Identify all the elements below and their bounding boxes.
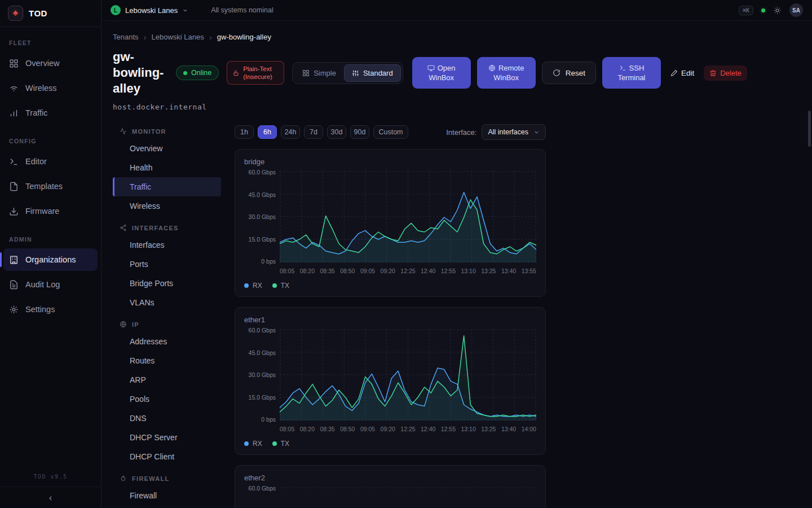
x-axis-tick: 13:25	[481, 268, 496, 274]
sidebar-item-label: Traffic	[25, 108, 47, 117]
subnav-item-bridge-ports[interactable]: Bridge Ports	[113, 274, 221, 293]
subnav-item-routes[interactable]: Routes	[113, 351, 221, 370]
subnav-item-health[interactable]: Health	[113, 158, 221, 177]
range-30d-button[interactable]: 30d	[327, 125, 346, 139]
sidebar-item-templates[interactable]: Templates	[3, 175, 98, 198]
section-label-config: CONFIG	[9, 138, 92, 144]
sidebar-item-traffic[interactable]: Traffic	[3, 102, 98, 124]
main-area: L Lebowski Lanes All systems nominal ⌘K …	[102, 0, 812, 508]
sun-theme-icon[interactable]	[773, 6, 782, 15]
legend-dot	[272, 441, 277, 446]
y-axis-tick: 45.0 Gbps	[249, 191, 276, 198]
status-badge: Online	[176, 65, 219, 80]
sidebar-item-organizations[interactable]: Organizations	[3, 248, 98, 271]
bar-chart-icon	[9, 108, 19, 118]
section-label-admin: ADMIN	[9, 236, 92, 243]
tenant-selector[interactable]: L Lebowski Lanes	[111, 5, 188, 15]
subnav-item-vlans[interactable]: VLANs	[113, 293, 221, 312]
x-axis: 08:0508:2008:3508:5009:0509:2012:2512:40…	[280, 426, 536, 432]
topbar: L Lebowski Lanes All systems nominal ⌘K …	[102, 0, 812, 21]
range-custom-button[interactable]: Custom	[373, 125, 408, 139]
chart-area: 60.0 Gbps45.0 Gbps30.0 Gbps15.0 Gbps0 bp…	[244, 171, 536, 274]
subnav-item-firewall[interactable]: Firewall	[113, 486, 221, 505]
subnav-item-traffic[interactable]: Traffic	[113, 177, 221, 196]
subnav-item-dhcp-client[interactable]: DHCP Client	[113, 447, 221, 466]
chart-area: 60.0 Gbps45.0 Gbps30.0 Gbps15.0 Gbps0 bp…	[244, 329, 536, 432]
x-axis-tick: 13:40	[501, 268, 516, 274]
grid-icon	[9, 59, 19, 68]
sidebar-item-overview[interactable]: Overview	[3, 52, 98, 75]
subnav-group-label: INTERFACES	[132, 225, 179, 231]
user-avatar[interactable]: SA	[789, 3, 803, 17]
y-axis: 60.0 Gbps45.0 Gbps30.0 Gbps15.0 Gbps0 bp…	[244, 327, 276, 423]
subnav-item-ports[interactable]: Ports	[113, 255, 221, 274]
chart-title: ether1	[244, 316, 536, 324]
delete-label: Delete	[720, 69, 742, 77]
delete-button[interactable]: Delete	[704, 65, 747, 81]
x-axis-tick: 09:05	[360, 268, 375, 274]
y-axis: 60.0 Gbps45.0 Gbps30.0 Gbps15.0 Gbps0 bp…	[244, 485, 276, 508]
range-6h-button[interactable]: 6h	[258, 125, 277, 139]
sidebar-item-label: Wireless	[25, 84, 57, 93]
collapse-sidebar-button[interactable]: ‹	[0, 487, 101, 508]
subnav-item-wireless[interactable]: Wireless	[113, 196, 221, 216]
subnav-item-overview[interactable]: Overview	[113, 139, 221, 158]
sidebar-item-settings[interactable]: Settings	[3, 298, 98, 321]
subnav-item-dhcp-server[interactable]: DHCP Server	[113, 428, 221, 447]
range-90d-button[interactable]: 90d	[350, 125, 369, 139]
range-1h-button[interactable]: 1h	[235, 125, 254, 139]
refresh-icon	[553, 69, 561, 77]
toggle-simple[interactable]: Simple	[294, 64, 344, 82]
sidebar-item-wireless[interactable]: Wireless	[3, 77, 98, 99]
scrollbar-thumb[interactable]	[808, 111, 811, 147]
interface-select[interactable]: All interfaces	[482, 124, 546, 140]
download-icon	[9, 207, 19, 216]
sidebar-item-firmware[interactable]: Firmware	[3, 200, 98, 222]
sidebar-item-editor[interactable]: Editor	[3, 150, 98, 173]
subnav-item-addresses[interactable]: Addresses	[113, 332, 221, 351]
range-24h-button[interactable]: 24h	[281, 125, 300, 139]
sidebar-item-label: Editor	[25, 157, 47, 166]
nodes-icon	[120, 224, 127, 231]
sidebar-item-label: Firmware	[25, 207, 59, 216]
topbar-right: ⌘K SA	[739, 3, 803, 17]
subnav-item-mangle[interactable]: Mangle	[113, 505, 221, 508]
subnav-item-arp[interactable]: ARP	[113, 370, 221, 389]
tenant-name: Lebowski Lanes	[125, 6, 178, 15]
sidebar-item-audit-log[interactable]: Audit Log	[3, 273, 98, 296]
breadcrumb-tenant[interactable]: Lebowski Lanes	[152, 33, 204, 41]
x-axis-tick: 12:40	[421, 268, 435, 274]
chevron-left-icon: ‹	[49, 492, 52, 503]
x-axis-tick: 08:05	[280, 268, 294, 274]
y-axis-tick: 15.0 Gbps	[249, 394, 276, 401]
open-winbox-button[interactable]: Open WinBox	[412, 57, 471, 89]
terminal-icon	[9, 157, 19, 167]
toggle-standard[interactable]: Standard	[344, 64, 401, 82]
range-7d-button[interactable]: 7d	[304, 125, 323, 139]
remote-winbox-button[interactable]: Remote WinBox	[477, 57, 536, 89]
x-axis-tick: 12:55	[441, 268, 456, 274]
y-axis-tick: 0 bps	[261, 258, 276, 265]
sidebar-item-label: Settings	[25, 305, 55, 314]
x-axis-tick: 08:20	[300, 426, 315, 432]
reset-button[interactable]: Reset	[542, 62, 596, 84]
device-body: MONITOR Overview Health Traffic Wireless…	[113, 119, 812, 508]
chevron-right-icon: ›	[144, 32, 147, 42]
ssh-terminal-button[interactable]: SSH Terminal	[602, 57, 661, 89]
y-axis: 60.0 Gbps45.0 Gbps30.0 Gbps15.0 Gbps0 bp…	[244, 169, 276, 265]
breadcrumb-tenants[interactable]: Tenants	[113, 33, 139, 41]
subnav-item-dns[interactable]: DNS	[113, 409, 221, 428]
x-axis-tick: 08:50	[340, 426, 355, 432]
online-dot-icon	[183, 71, 187, 75]
system-status-text: All systems nominal	[211, 6, 273, 14]
x-axis-tick: 13:25	[481, 426, 496, 432]
subnav-item-pools[interactable]: Pools	[113, 389, 221, 409]
terminal-icon	[619, 64, 626, 72]
command-palette-shortcut[interactable]: ⌘K	[739, 6, 753, 15]
device-actions: Open WinBox Remote WinBox Reset SSH Term…	[412, 57, 747, 89]
edit-button[interactable]: Edit	[667, 67, 698, 80]
file-text-icon	[9, 280, 19, 290]
subnav-item-interfaces[interactable]: Interfaces	[113, 235, 221, 255]
chart-title: ether2	[244, 474, 536, 482]
diamond-icon	[11, 9, 20, 18]
